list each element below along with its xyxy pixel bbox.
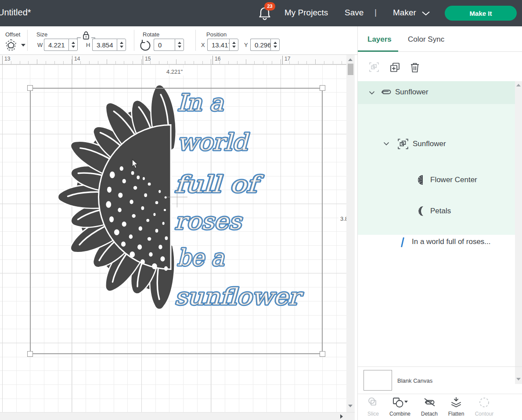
save-button[interactable]: Save: [345, 8, 364, 18]
flower-center-thumbnail: [416, 174, 425, 186]
toolbar-divider: [195, 30, 196, 51]
canvas-vertical-scrollbar[interactable]: [346, 55, 355, 413]
project-title[interactable]: Untitled*: [0, 7, 31, 18]
scroll-up-icon[interactable]: [516, 84, 521, 86]
x-stepper[interactable]: [229, 39, 238, 51]
layer-name[interactable]: Petals: [430, 207, 451, 215]
layer-name[interactable]: In a world full of roses...: [412, 237, 491, 246]
ruler-tick: 15: [143, 56, 151, 65]
rotate-input-group: [154, 39, 184, 51]
layer-row-petals[interactable]: Petals: [358, 201, 515, 223]
chevron-down-icon[interactable]: [383, 142, 389, 146]
machine-select[interactable]: Maker: [393, 8, 416, 18]
y-input-group: [250, 39, 280, 51]
height-stepper[interactable]: [117, 39, 126, 51]
layer-name[interactable]: Flower Center: [430, 176, 477, 184]
layer-action-bar: Slice Combine Detach: [358, 394, 522, 420]
scroll-up-icon[interactable]: [348, 58, 353, 61]
chevron-down-icon[interactable]: [421, 11, 430, 16]
layer-row-text[interactable]: In a world full of roses...: [358, 232, 515, 254]
flatten-button[interactable]: Flatten: [443, 397, 469, 417]
y-stepper[interactable]: [270, 39, 280, 51]
rotate-label: Rotate: [143, 31, 159, 38]
canvas-color-swatch[interactable]: [364, 370, 392, 391]
height-input-group: [92, 39, 126, 51]
chevron-down-icon[interactable]: [369, 91, 375, 95]
size-label: Size: [36, 31, 47, 38]
scroll-right-icon[interactable]: [340, 414, 343, 419]
slice-icon: [367, 397, 379, 408]
width-input[interactable]: [44, 39, 68, 51]
scroll-down-icon[interactable]: [348, 405, 353, 407]
ruler-tick: 13: [2, 56, 10, 65]
notifications-button[interactable]: 23: [258, 6, 275, 22]
delete-button[interactable]: [410, 62, 420, 73]
group-button-disabled[interactable]: [369, 62, 379, 72]
position-label: Position: [206, 31, 227, 38]
duplicate-button[interactable]: [389, 62, 401, 73]
height-input[interactable]: [92, 39, 117, 51]
ruler-tick: 16: [212, 56, 220, 65]
canvas-horizontal-scrollbar[interactable]: [0, 412, 355, 420]
rotate-stepper[interactable]: [175, 39, 184, 51]
ruler-tick: 17: [282, 56, 290, 65]
width-input-group: [44, 39, 78, 51]
toolbar-divider: [27, 30, 28, 51]
panel-tabs: Layers Color Sync: [358, 26, 522, 52]
my-projects-link[interactable]: My Projects: [284, 8, 328, 18]
rotate-icon[interactable]: [140, 39, 151, 51]
selection-handle-bottom-right[interactable]: [320, 351, 325, 357]
tab-color-sync[interactable]: Color Sync: [408, 35, 444, 44]
layer-row-flower-center[interactable]: Flower Center: [358, 170, 515, 192]
ruler-tick: 14: [72, 56, 80, 65]
offset-caret-icon: [21, 44, 25, 47]
top-bar: Untitled* 23 My Projects Save | Maker Ma…: [0, 0, 522, 26]
layer-row-sunflower-set[interactable]: Sunflower: [358, 81, 515, 104]
offset-label: Offset: [5, 31, 20, 38]
tab-layers[interactable]: Layers: [367, 35, 392, 44]
layer-name[interactable]: Sunflower: [413, 140, 446, 148]
horizontal-ruler: 13 14 15 16 17: [0, 55, 346, 65]
detach-icon: [423, 397, 436, 408]
x-input-group: [207, 39, 238, 51]
toolbar-divider: [134, 30, 134, 51]
contour-button[interactable]: Contour: [472, 397, 497, 417]
attach-icon: [380, 88, 392, 97]
blank-canvas-label: Blank Canvas: [397, 377, 432, 384]
contour-icon: [478, 397, 490, 408]
selection-handle-top-right[interactable]: [320, 85, 325, 91]
edit-toolbar: Offset Size W H Rotate Position X: [0, 26, 357, 55]
topbar-separator: |: [374, 7, 377, 17]
notification-badge: 23: [264, 2, 275, 11]
x-label: X: [201, 42, 205, 48]
design-canvas[interactable]: 4.221" 3.8: [0, 65, 346, 413]
layer-row-sunflower-group[interactable]: Sunflower: [358, 134, 515, 156]
selection-box[interactable]: [30, 88, 323, 354]
layers-panel: Layers Color Sync: [357, 26, 522, 420]
flatten-icon: [450, 397, 462, 408]
combine-icon: [392, 397, 408, 408]
scroll-down-icon[interactable]: [516, 378, 521, 381]
y-input[interactable]: [250, 39, 270, 51]
layer-name[interactable]: Sunflower: [395, 88, 428, 97]
combine-button[interactable]: Combine: [387, 397, 413, 417]
rotate-input[interactable]: [154, 39, 175, 51]
x-input[interactable]: [207, 39, 229, 51]
group-icon: [397, 138, 409, 150]
selection-handle-top-left[interactable]: [27, 85, 33, 91]
width-label: W: [37, 42, 43, 48]
detach-button[interactable]: Detach: [417, 397, 442, 417]
layer-children-container: Sunflower Flower Center Petals In a worl…: [358, 104, 515, 235]
offset-icon: [4, 39, 19, 52]
text-layer-icon: [400, 237, 405, 248]
offset-button[interactable]: [4, 39, 19, 54]
selection-handle-bottom-left[interactable]: [27, 351, 33, 357]
petals-thumbnail: [416, 205, 426, 217]
y-label: Y: [244, 42, 248, 48]
vertical-scroll-thumb[interactable]: [348, 64, 353, 75]
make-it-button[interactable]: Make It: [445, 6, 517, 21]
slice-button[interactable]: Slice: [360, 397, 386, 417]
height-label: H: [86, 42, 90, 48]
panel-divider: [358, 366, 522, 367]
panel-scrollbar[interactable]: [515, 81, 522, 384]
